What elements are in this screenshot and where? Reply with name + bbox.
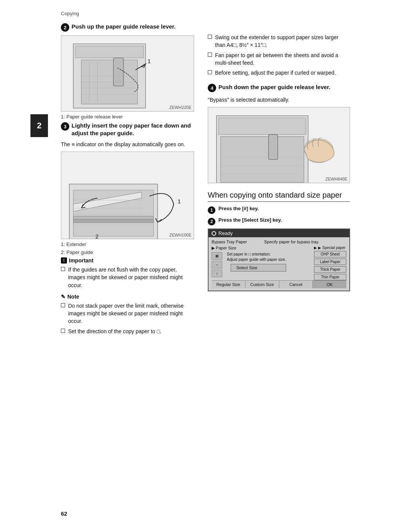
note-section: ✎ Note Do not stack paper over the limit… xyxy=(61,294,194,335)
step4-svg xyxy=(208,107,350,183)
note-icon: ✎ xyxy=(61,294,65,300)
ok-button[interactable]: OK xyxy=(313,281,346,288)
ui-mid-row: ▦ ↔ ↕ Set paper in □ orientation: Adjust… xyxy=(212,252,312,277)
ui-row2-left: ▶ Paper Size ▦ ↔ ↕ Set paper in xyxy=(212,246,312,280)
caption1-num: 1 xyxy=(61,114,64,120)
svg-rect-2 xyxy=(75,46,143,58)
step2-number: 2 xyxy=(61,23,69,32)
step4-heading: 4 Push down the paper guide release leve… xyxy=(208,83,350,92)
thick-paper-button[interactable]: Thick Paper xyxy=(314,266,346,273)
ui-icons: ▦ ↔ ↕ xyxy=(212,252,222,277)
important-item-1-text: If the guides are not flush with the cop… xyxy=(68,266,194,289)
step3-bullet-3-text: Before setting, adjust the paper if curl… xyxy=(215,69,336,77)
step3-illus-label: ZEWH100E xyxy=(169,233,191,237)
bullet-sq-r3 xyxy=(208,70,212,74)
select-size-button[interactable]: Select Size xyxy=(231,264,286,272)
ui-row2-container: ▶ Paper Size ▦ ↔ ↕ Set paper in xyxy=(212,246,346,280)
ui-header-text: Ready xyxy=(218,230,233,236)
step3-bullet-1-text: Swing out the extender to support paper … xyxy=(215,34,350,49)
right-column: Swing out the extender to support paper … xyxy=(208,23,350,340)
step3-illustration: 1 2 ZEWH100E xyxy=(61,152,194,239)
content-area: 2 Push up the paper guide release lever. xyxy=(61,23,350,340)
label-paper-button[interactable]: Label Paper xyxy=(314,259,346,265)
bullet-sq-icon xyxy=(61,267,65,271)
important-item-1: If the guides are not flush with the cop… xyxy=(61,266,194,289)
standard-size-heading: When copying onto standard size paper xyxy=(208,190,350,202)
step4-illus-label: ZEWH840E xyxy=(325,177,347,181)
ui-row2-label: ▶ Paper Size xyxy=(212,246,261,251)
ui-body: Bypass Tray Paper Specify paper for bypa… xyxy=(209,237,349,291)
step3-caption1: 1: Extender xyxy=(61,241,194,247)
regular-size-button[interactable]: Regular Size xyxy=(212,281,245,288)
ui-header: Ready xyxy=(209,229,349,237)
note-item-2-text: Set the direction of the copy paper to □… xyxy=(68,328,161,335)
thin-paper-button[interactable]: Thin Paper xyxy=(314,274,346,280)
svg-rect-17 xyxy=(73,219,154,222)
step4-body: "Bypass" is selected automatically. xyxy=(208,96,350,104)
svg-rect-26 xyxy=(221,137,304,182)
ui-row1-value: Specify paper for bypass tray. xyxy=(264,240,346,244)
step3-heading-text: Lightly insert the copy paper face down … xyxy=(72,122,194,137)
step2-illustration: 1 ZEWH220E xyxy=(61,35,194,112)
ohp-sheet-button[interactable]: OHP Sheet xyxy=(314,251,346,257)
standard-step1-text: Press the [#] key. xyxy=(218,206,259,211)
note-item-2: Set the direction of the copy paper to □… xyxy=(61,328,194,335)
step3-bullet-2: Fan paper to get air between the sheets … xyxy=(208,51,350,67)
bullet-sq-icon-2 xyxy=(61,329,65,333)
step4-heading-text: Push down the paper guide release lever. xyxy=(218,83,330,91)
ui-mid-text2: Adjust paper guide with paper size. xyxy=(227,257,286,262)
note-list: Do not stack paper over the limit mark, … xyxy=(61,302,194,335)
custom-size-button[interactable]: Custom Size xyxy=(245,281,279,288)
bullet-sq-r2 xyxy=(208,53,212,57)
bullet-sq-r1 xyxy=(208,35,212,39)
ui-right-buttons: ▶ ▶ Special paper OHP Sheet Label Paper … xyxy=(314,246,346,280)
standard-step2-text: Press the [Select Size] key. xyxy=(218,217,282,223)
note-heading: ✎ Note xyxy=(61,294,194,300)
important-list: If the guides are not flush with the cop… xyxy=(61,266,194,289)
svg-rect-25 xyxy=(218,118,306,135)
svg-text:2: 2 xyxy=(96,233,99,239)
step4-illustration: ZEWH840E xyxy=(208,107,350,183)
cancel-button[interactable]: Cancel xyxy=(279,281,313,288)
step3-bullet-3: Before setting, adjust the paper if curl… xyxy=(208,69,350,77)
svg-text:1: 1 xyxy=(148,58,151,64)
standard-step1: 1 Press the [#] key. xyxy=(208,206,350,214)
step2-svg: 1 xyxy=(61,36,194,112)
step3-number: 3 xyxy=(61,122,69,131)
ready-circle-icon xyxy=(212,231,216,236)
step3-heading: 3 Lightly insert the copy paper face dow… xyxy=(61,122,194,137)
ui-icon-3: ↕ xyxy=(212,270,222,277)
ui-icon-2: ↔ xyxy=(212,261,222,268)
special-paper-arrow: ▶ ▶ Special paper xyxy=(314,246,346,250)
step3-caption2: 2: Paper guide xyxy=(61,249,194,255)
svg-rect-16 xyxy=(73,216,154,219)
ui-mid-text: Set paper in □ orientation: Adjust paper… xyxy=(227,252,286,272)
important-section: ! Important If the guides are not flush … xyxy=(61,257,194,289)
step3-svg: 1 2 xyxy=(61,152,194,239)
step3-bullet-2-text: Fan paper to get air between the sheets … xyxy=(215,51,350,67)
ui-mockup: Ready Bypass Tray Paper Specify paper fo… xyxy=(208,228,350,291)
standard-step1-num: 1 xyxy=(208,206,215,214)
important-heading: ! Important xyxy=(61,257,194,264)
step2-heading-text: Push up the paper guide release lever. xyxy=(72,23,175,30)
two-column-layout: 2 Push up the paper guide release lever. xyxy=(61,23,350,340)
chapter-tab: 2 xyxy=(30,114,48,137)
step3-body: The ≡ indicator on the display automatic… xyxy=(61,141,194,149)
ui-icon-1: ▦ xyxy=(212,252,222,260)
step3-right-bullets: Swing out the extender to support paper … xyxy=(208,34,350,77)
svg-text:1: 1 xyxy=(178,198,181,204)
caption1-text: Paper guide release lever xyxy=(66,114,123,120)
ui-row2: ▶ Paper Size xyxy=(212,246,312,251)
left-column: 2 Push up the paper guide release lever. xyxy=(61,23,194,340)
svg-rect-4 xyxy=(113,58,123,86)
ui-mid-text1: Set paper in □ orientation: xyxy=(227,252,286,256)
page-number: 62 xyxy=(61,510,67,517)
step2-caption: 1: Paper guide release lever xyxy=(61,114,194,120)
bullet-sq-icon-1 xyxy=(61,303,65,307)
standard-step2-num: 2 xyxy=(208,218,215,225)
chapter-tab-number: 2 xyxy=(37,121,41,131)
note-item-1: Do not stack paper over the limit mark, … xyxy=(61,302,194,325)
note-heading-text: Note xyxy=(67,294,79,300)
note-item-1-text: Do not stack paper over the limit mark, … xyxy=(68,302,194,325)
standard-step2: 2 Press the [Select Size] key. xyxy=(208,217,350,225)
